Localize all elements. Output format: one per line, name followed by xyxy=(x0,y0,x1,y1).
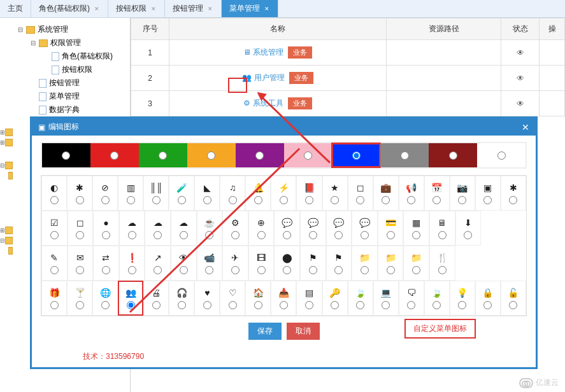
color-swatch[interactable] xyxy=(332,143,380,167)
icon-option[interactable]: 🏠 xyxy=(245,281,271,316)
eye-icon[interactable]: 👁 xyxy=(501,91,540,116)
table-row[interactable]: 3 ⚙ 系统工具 业务 👁 xyxy=(131,91,565,116)
tree-node-system[interactable]: ⊟系统管理 xyxy=(3,23,127,36)
icon-option[interactable]: ♡ xyxy=(220,281,245,316)
close-icon[interactable]: ✕ xyxy=(150,6,157,12)
color-swatch[interactable] xyxy=(477,143,526,167)
icon-option[interactable]: ▤ xyxy=(296,281,322,316)
icon-option[interactable]: 🎁 xyxy=(41,281,67,316)
icon-option[interactable]: ⬇ xyxy=(455,211,482,246)
tree-node-data-dict[interactable]: 数据字典 xyxy=(3,103,127,116)
icon-option[interactable]: 📁 xyxy=(352,246,378,281)
icon-option[interactable]: 🖨 xyxy=(143,281,169,316)
color-swatch[interactable] xyxy=(380,143,429,167)
icon-option[interactable]: 📅 xyxy=(424,176,450,211)
tree-node-btn-perm[interactable]: 按钮权限 xyxy=(3,63,127,76)
icon-option[interactable]: 🎞 xyxy=(248,246,275,281)
color-swatch[interactable] xyxy=(139,143,187,167)
icon-option[interactable]: 💬 xyxy=(352,211,378,246)
icon-option[interactable]: 💳 xyxy=(378,211,404,246)
tree-node-menu-mgmt[interactable]: 菜单管理 xyxy=(3,90,127,103)
icon-option[interactable]: 📢 xyxy=(399,176,424,211)
icon-option[interactable]: ⊕ xyxy=(248,211,275,246)
icon-option[interactable]: 👁 xyxy=(171,246,197,281)
icon-option[interactable]: 🍴 xyxy=(429,246,455,281)
color-swatch[interactable] xyxy=(187,143,236,167)
icon-option[interactable]: ★ xyxy=(322,176,348,211)
icon-option[interactable]: 📁 xyxy=(403,246,429,281)
icon-option[interactable]: ◻ xyxy=(348,176,373,211)
close-icon[interactable]: ✕ xyxy=(94,6,100,12)
close-icon[interactable]: ✕ xyxy=(522,122,529,132)
tab-button-perm[interactable]: 按钮权限✕ xyxy=(108,0,165,17)
icon-option[interactable]: ⚑ xyxy=(300,246,326,281)
table-row[interactable]: 1 🖥 系统管理 业务 👁 xyxy=(131,40,565,66)
icon-option[interactable]: ⬤ xyxy=(274,246,300,281)
icon-option[interactable]: ☕ xyxy=(197,211,223,246)
icon-option[interactable]: 📷 xyxy=(450,176,475,211)
icon-option[interactable]: ◣ xyxy=(194,176,220,211)
color-swatch[interactable] xyxy=(236,143,284,167)
icon-option[interactable]: 💬 xyxy=(274,211,300,246)
icon-option[interactable]: ✈ xyxy=(222,246,248,281)
tab-role[interactable]: 角色(基础权限)✕ xyxy=(31,0,108,17)
tree-node-perm[interactable]: ⊟权限管理 xyxy=(3,36,127,50)
dialog-title-bar[interactable]: ▣编辑图标 ✕ xyxy=(32,118,536,136)
icon-option[interactable]: 🍃 xyxy=(424,281,450,316)
tree-node-btn-mgmt[interactable]: 按钮管理 xyxy=(3,76,127,90)
color-swatch[interactable] xyxy=(90,143,139,167)
icon-option[interactable]: 🖥 xyxy=(429,211,455,246)
tab-button-mgmt[interactable]: 按钮管理✕ xyxy=(165,0,222,17)
close-icon[interactable]: ✕ xyxy=(207,6,213,12)
icon-option[interactable]: 💻 xyxy=(373,281,399,316)
icon-option[interactable]: ⚙ xyxy=(222,211,248,246)
icon-option[interactable]: ✱ xyxy=(501,176,526,211)
icon-option[interactable]: ✱ xyxy=(67,176,92,211)
icon-option[interactable]: 🍃 xyxy=(348,281,373,316)
icon-option[interactable]: ♥ xyxy=(194,281,220,316)
icon-option[interactable]: ▦ xyxy=(403,211,429,246)
icon-option[interactable]: ▥ xyxy=(118,176,143,211)
save-button[interactable]: 保存 xyxy=(248,323,282,340)
icon-option[interactable]: 🍸 xyxy=(67,281,92,316)
collapse-icon[interactable]: ⊟ xyxy=(17,26,24,34)
icon-option[interactable]: ⇄ xyxy=(93,246,119,281)
icon-option[interactable]: ❗ xyxy=(119,246,145,281)
icon-option[interactable]: 💼 xyxy=(373,176,399,211)
icon-option[interactable]: ◐ xyxy=(41,176,67,211)
icon-option[interactable]: 🔒 xyxy=(475,281,501,316)
icon-option[interactable]: ☑ xyxy=(41,211,68,246)
icon-option[interactable]: ⊘ xyxy=(92,176,118,211)
icon-option[interactable]: 💬 xyxy=(300,211,326,246)
icon-option[interactable]: 🔑 xyxy=(322,281,348,316)
tree-node-role[interactable]: 角色(基础权限) xyxy=(3,50,127,63)
icon-option[interactable]: 🗨 xyxy=(399,281,424,316)
icon-option[interactable]: 🔔 xyxy=(245,176,271,211)
eye-icon[interactable]: 👁 xyxy=(501,40,540,66)
icon-option[interactable]: ☁ xyxy=(171,211,197,246)
icon-option[interactable]: 🧪 xyxy=(169,176,194,211)
icon-option[interactable]: 📥 xyxy=(271,281,296,316)
table-row[interactable]: 2 👥 用户管理 业务 👁 xyxy=(131,66,565,91)
tab-home[interactable]: 主页 xyxy=(0,0,31,17)
icon-option[interactable]: ⚑ xyxy=(326,246,352,281)
icon-option[interactable]: ● xyxy=(93,211,119,246)
icon-option[interactable]: 💡 xyxy=(450,281,475,316)
icon-option[interactable]: ║║ xyxy=(143,176,169,211)
icon-option[interactable]: ▣ xyxy=(475,176,501,211)
icon-option[interactable]: 👥 xyxy=(118,281,143,316)
close-icon[interactable]: ✕ xyxy=(264,6,270,12)
icon-option[interactable]: ✎ xyxy=(41,246,68,281)
icon-option[interactable]: 🔓 xyxy=(501,281,526,316)
color-swatch[interactable] xyxy=(42,143,90,167)
icon-option[interactable]: 📹 xyxy=(197,246,223,281)
eye-icon[interactable]: 👁 xyxy=(501,66,540,91)
icon-option[interactable]: ✉ xyxy=(68,246,94,281)
cancel-button[interactable]: 取消 xyxy=(287,323,320,340)
icon-option[interactable]: 📕 xyxy=(296,176,322,211)
icon-option[interactable]: 🌐 xyxy=(92,281,118,316)
icon-option[interactable]: ⚡ xyxy=(271,176,296,211)
icon-option[interactable]: ☁ xyxy=(145,211,171,246)
icon-option[interactable]: ◻ xyxy=(68,211,94,246)
collapse-icon[interactable]: ⊟ xyxy=(29,39,37,47)
